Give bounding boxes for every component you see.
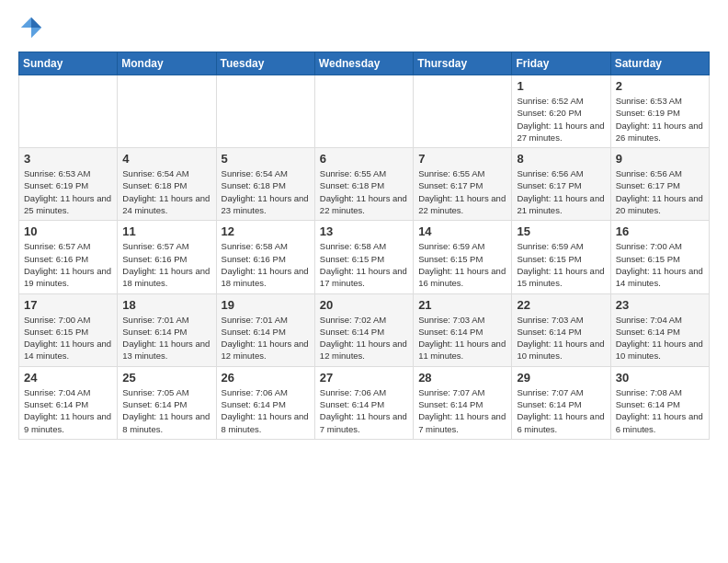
day-number: 1 xyxy=(517,79,605,93)
day-number: 7 xyxy=(418,152,506,166)
day-info: Sunrise: 7:03 AM Sunset: 6:14 PM Dayligh… xyxy=(517,314,605,362)
day-info: Sunrise: 7:01 AM Sunset: 6:14 PM Dayligh… xyxy=(122,314,210,362)
svg-marker-1 xyxy=(31,28,41,38)
day-info: Sunrise: 6:57 AM Sunset: 6:16 PM Dayligh… xyxy=(24,240,112,289)
day-cell: 17Sunrise: 7:00 AM Sunset: 6:15 PM Dayli… xyxy=(19,293,118,366)
day-cell: 18Sunrise: 7:01 AM Sunset: 6:14 PM Dayli… xyxy=(118,293,216,366)
day-cell: 25Sunrise: 7:05 AM Sunset: 6:14 PM Dayli… xyxy=(118,366,216,439)
week-row-1: 1Sunrise: 6:52 AM Sunset: 6:20 PM Daylig… xyxy=(19,75,710,148)
day-number: 24 xyxy=(24,371,112,385)
calendar-table: SundayMondayTuesdayWednesdayThursdayFrid… xyxy=(18,52,710,440)
day-number: 12 xyxy=(222,224,310,238)
day-cell xyxy=(216,75,314,148)
logo-icon xyxy=(18,15,44,40)
day-cell: 11Sunrise: 6:57 AM Sunset: 6:16 PM Dayli… xyxy=(118,221,216,293)
header xyxy=(18,15,710,40)
logo xyxy=(18,15,48,40)
day-info: Sunrise: 6:56 AM Sunset: 6:17 PM Dayligh… xyxy=(616,167,704,216)
header-cell-tuesday: Tuesday xyxy=(216,52,314,75)
page: SundayMondayTuesdayWednesdayThursdayFrid… xyxy=(0,0,728,451)
week-row-3: 10Sunrise: 6:57 AM Sunset: 6:16 PM Dayli… xyxy=(19,221,710,293)
day-number: 8 xyxy=(517,152,605,166)
day-number: 5 xyxy=(222,152,310,166)
day-cell xyxy=(19,75,118,148)
day-info: Sunrise: 7:01 AM Sunset: 6:14 PM Dayligh… xyxy=(222,314,310,362)
day-number: 15 xyxy=(517,224,605,238)
day-number: 10 xyxy=(24,224,112,238)
day-info: Sunrise: 6:53 AM Sunset: 6:19 PM Dayligh… xyxy=(616,95,704,144)
svg-marker-2 xyxy=(21,17,31,28)
day-info: Sunrise: 7:05 AM Sunset: 6:14 PM Dayligh… xyxy=(122,386,210,435)
day-number: 2 xyxy=(616,79,704,93)
day-cell: 21Sunrise: 7:03 AM Sunset: 6:14 PM Dayli… xyxy=(414,293,512,366)
day-cell: 24Sunrise: 7:04 AM Sunset: 6:14 PM Dayli… xyxy=(19,366,118,439)
day-number: 6 xyxy=(320,152,408,166)
day-info: Sunrise: 7:03 AM Sunset: 6:14 PM Dayligh… xyxy=(418,314,506,362)
day-number: 30 xyxy=(616,371,704,385)
day-cell: 20Sunrise: 7:02 AM Sunset: 6:14 PM Dayli… xyxy=(314,293,413,366)
day-info: Sunrise: 6:58 AM Sunset: 6:16 PM Dayligh… xyxy=(222,240,310,289)
day-cell: 27Sunrise: 7:06 AM Sunset: 6:14 PM Dayli… xyxy=(314,366,413,439)
day-number: 23 xyxy=(616,298,704,312)
day-cell xyxy=(314,75,413,148)
day-cell: 26Sunrise: 7:06 AM Sunset: 6:14 PM Dayli… xyxy=(216,366,314,439)
day-number: 20 xyxy=(320,298,408,312)
header-cell-thursday: Thursday xyxy=(414,52,512,75)
day-info: Sunrise: 7:06 AM Sunset: 6:14 PM Dayligh… xyxy=(320,386,408,435)
week-row-5: 24Sunrise: 7:04 AM Sunset: 6:14 PM Dayli… xyxy=(19,366,710,439)
header-cell-monday: Monday xyxy=(118,52,216,75)
day-number: 18 xyxy=(122,298,210,312)
day-cell: 28Sunrise: 7:07 AM Sunset: 6:14 PM Dayli… xyxy=(414,366,512,439)
day-cell: 3Sunrise: 6:53 AM Sunset: 6:19 PM Daylig… xyxy=(19,148,118,221)
day-number: 28 xyxy=(418,371,506,385)
day-info: Sunrise: 7:08 AM Sunset: 6:14 PM Dayligh… xyxy=(616,386,704,435)
day-info: Sunrise: 6:54 AM Sunset: 6:18 PM Dayligh… xyxy=(122,167,210,216)
day-info: Sunrise: 7:07 AM Sunset: 6:14 PM Dayligh… xyxy=(517,386,605,435)
day-cell: 29Sunrise: 7:07 AM Sunset: 6:14 PM Dayli… xyxy=(512,366,610,439)
day-cell: 22Sunrise: 7:03 AM Sunset: 6:14 PM Dayli… xyxy=(512,293,610,366)
day-info: Sunrise: 7:02 AM Sunset: 6:14 PM Dayligh… xyxy=(320,314,408,362)
day-cell: 16Sunrise: 7:00 AM Sunset: 6:15 PM Dayli… xyxy=(610,221,709,293)
day-number: 25 xyxy=(122,371,210,385)
day-info: Sunrise: 7:07 AM Sunset: 6:14 PM Dayligh… xyxy=(418,386,506,435)
day-number: 13 xyxy=(320,224,408,238)
day-info: Sunrise: 7:00 AM Sunset: 6:15 PM Dayligh… xyxy=(616,240,704,289)
day-cell xyxy=(118,75,216,148)
day-number: 3 xyxy=(24,152,112,166)
day-number: 11 xyxy=(122,224,210,238)
day-cell: 10Sunrise: 6:57 AM Sunset: 6:16 PM Dayli… xyxy=(19,221,118,293)
day-number: 14 xyxy=(418,224,506,238)
day-cell: 13Sunrise: 6:58 AM Sunset: 6:15 PM Dayli… xyxy=(314,221,413,293)
day-info: Sunrise: 6:53 AM Sunset: 6:19 PM Dayligh… xyxy=(24,167,112,216)
day-cell: 7Sunrise: 6:55 AM Sunset: 6:17 PM Daylig… xyxy=(414,148,512,221)
day-number: 29 xyxy=(517,371,605,385)
day-cell: 23Sunrise: 7:04 AM Sunset: 6:14 PM Dayli… xyxy=(610,293,709,366)
day-info: Sunrise: 6:56 AM Sunset: 6:17 PM Dayligh… xyxy=(517,167,605,216)
day-number: 4 xyxy=(122,152,210,166)
day-number: 27 xyxy=(320,371,408,385)
day-number: 19 xyxy=(222,298,310,312)
day-number: 17 xyxy=(24,298,112,312)
day-info: Sunrise: 7:04 AM Sunset: 6:14 PM Dayligh… xyxy=(616,314,704,362)
day-info: Sunrise: 6:59 AM Sunset: 6:15 PM Dayligh… xyxy=(418,240,506,289)
day-info: Sunrise: 6:52 AM Sunset: 6:20 PM Dayligh… xyxy=(517,95,605,144)
day-info: Sunrise: 6:55 AM Sunset: 6:18 PM Dayligh… xyxy=(320,167,408,216)
header-cell-sunday: Sunday xyxy=(19,52,118,75)
day-number: 26 xyxy=(222,371,310,385)
week-row-2: 3Sunrise: 6:53 AM Sunset: 6:19 PM Daylig… xyxy=(19,148,710,221)
day-cell xyxy=(414,75,512,148)
header-cell-friday: Friday xyxy=(512,52,610,75)
day-number: 16 xyxy=(616,224,704,238)
day-cell: 5Sunrise: 6:54 AM Sunset: 6:18 PM Daylig… xyxy=(216,148,314,221)
week-row-4: 17Sunrise: 7:00 AM Sunset: 6:15 PM Dayli… xyxy=(19,293,710,366)
day-number: 9 xyxy=(616,152,704,166)
day-cell: 19Sunrise: 7:01 AM Sunset: 6:14 PM Dayli… xyxy=(216,293,314,366)
day-cell: 6Sunrise: 6:55 AM Sunset: 6:18 PM Daylig… xyxy=(314,148,413,221)
day-cell: 8Sunrise: 6:56 AM Sunset: 6:17 PM Daylig… xyxy=(512,148,610,221)
day-cell: 2Sunrise: 6:53 AM Sunset: 6:19 PM Daylig… xyxy=(610,75,709,148)
svg-marker-0 xyxy=(31,17,41,28)
day-number: 22 xyxy=(517,298,605,312)
day-info: Sunrise: 6:58 AM Sunset: 6:15 PM Dayligh… xyxy=(320,240,408,289)
day-cell: 4Sunrise: 6:54 AM Sunset: 6:18 PM Daylig… xyxy=(118,148,216,221)
day-cell: 9Sunrise: 6:56 AM Sunset: 6:17 PM Daylig… xyxy=(610,148,709,221)
